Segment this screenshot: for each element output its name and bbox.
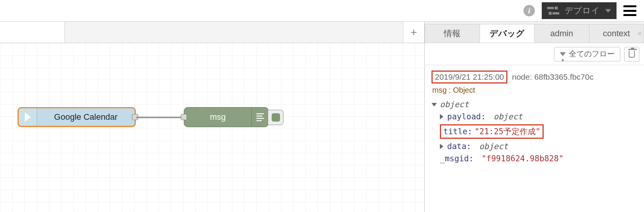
arrow-right-icon [25,112,31,122]
sidebar-toolbar: 全てのフロー [425,43,644,65]
funnel-icon [560,52,566,56]
msgid-value: "f9918624.98b828" [481,154,564,163]
payload-type: object [494,112,523,121]
menu-icon[interactable] [623,5,636,16]
flow-canvas[interactable]: Google Calendar msg [0,43,424,212]
tree-msgid[interactable]: _msgid: "f9918624.98b828" [431,153,637,165]
key-msgid: _msgid: [440,154,474,163]
workspace-tabs: + [0,22,424,43]
tab-debug[interactable]: デバッグ [480,24,535,43]
tabs-spacer [65,22,403,43]
caret-right-icon [440,144,443,149]
highlight-box: title: "21:25予定作成" [440,124,544,139]
inject-icon [19,108,37,126]
node-id-value: 68fb3365.fbc70c [534,72,593,81]
tab-label: デバッグ [489,28,525,39]
tab-admin[interactable]: admin [534,24,589,43]
key-title: title: [443,127,472,136]
key-payload: payload: [447,112,486,121]
filter-label: 全てのフロー [569,49,615,59]
node-label: msg [184,112,251,122]
info-icon[interactable]: i [523,5,535,16]
tree-payload[interactable]: payload: object [431,111,637,123]
chevron-down-icon [605,9,611,13]
data-type: object [479,142,508,151]
node-prefix: node: [512,72,534,81]
deploy-label: デプロイ [565,5,600,16]
toggle-indicator [272,113,280,122]
debug-icon [251,108,268,127]
node-label: Google Calendar [37,112,135,122]
tab-context[interactable]: context ✕ [589,24,644,43]
tab-label: 情報 [444,28,460,39]
deploy-button[interactable]: デプロイ [542,2,617,19]
key-data: data: [447,142,471,151]
caret-right-icon [440,114,443,119]
tab-label: admin [550,29,573,39]
tab-info[interactable]: 情報 [425,24,480,43]
node-input-port[interactable] [181,114,187,120]
caret-down-icon [431,103,437,106]
debug-message-header: 2019/9/21 21:25:00 node: 68fb3365.fbc70c [431,71,637,84]
message-node-id: node: 68fb3365.fbc70c [512,72,594,82]
title-value: "21:25予定作成" [475,126,541,137]
message-type: msg : Object [432,86,637,95]
sidebar: 情報 デバッグ admin context ✕ 全てのフロー 2019/9/21… [424,21,644,212]
app-header: i デプロイ [0,0,644,21]
wire[interactable] [136,117,185,118]
add-flow-button[interactable]: + [403,22,424,43]
message-timestamp: 2019/9/21 21:25:00 [431,71,507,84]
main-area: + Google Calendar msg [0,21,644,212]
clear-debug-button[interactable] [624,47,639,61]
sidebar-tabs: 情報 デバッグ admin context ✕ [425,22,644,43]
tree-title[interactable]: title: "21:25予定作成" [431,123,637,140]
deploy-icon [547,6,559,15]
tree-data[interactable]: data: object [431,140,637,153]
trash-icon [629,51,635,58]
node-debug[interactable]: msg [184,107,269,127]
flow-tab[interactable] [0,22,65,43]
root-type: object [440,100,469,109]
workspace: + Google Calendar msg [0,21,424,212]
filter-button[interactable]: 全てのフロー [554,47,620,61]
tree-root[interactable]: object [431,98,637,111]
message-tree: object payload: object title: "21:25予定作成… [431,98,637,165]
node-google-calendar[interactable]: Google Calendar [18,107,136,127]
close-icon[interactable]: ✕ [637,30,642,37]
debug-messages: 2019/9/21 21:25:00 node: 68fb3365.fbc70c… [425,65,644,212]
tab-label: context [603,29,630,39]
debug-toggle-button[interactable] [268,110,283,125]
